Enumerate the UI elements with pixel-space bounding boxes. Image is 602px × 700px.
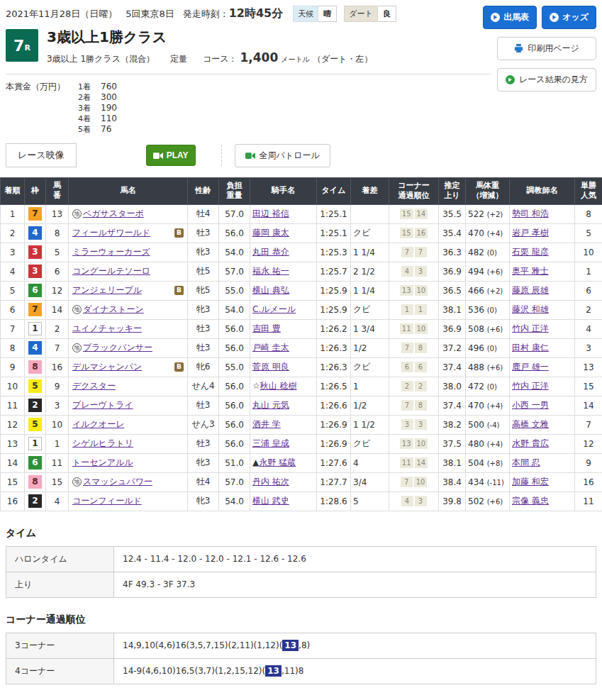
margin: クビ (351, 223, 389, 243)
odds-button[interactable]: ▶ オッズ (542, 6, 596, 29)
jockey-link[interactable]: 戸崎 圭太 (252, 343, 289, 352)
trainer-link[interactable]: 鹿戸 雄一 (512, 362, 549, 372)
win-popularity: 11 (575, 491, 602, 511)
table-row: 9816デルマシャンパンB牝655.0菅原 明良1:26.3クビ6637.448… (1, 357, 602, 377)
horse-name-wrap: ブレーヴトライ (71, 399, 185, 411)
trainer-link[interactable]: 勢司 和浩 (512, 209, 549, 218)
prize-label: 本賞金（万円） (6, 81, 65, 93)
print-page-button[interactable]: 印刷用ページ (497, 37, 596, 60)
horse-name-link[interactable]: スマッシュパワー (83, 476, 152, 488)
weather-label: 天候 (293, 6, 318, 22)
corner-position-chip: 13 (400, 438, 413, 449)
trainer-link[interactable]: 竹内 正洋 (512, 381, 549, 391)
jockey-link[interactable]: 永野 猛蔵 (259, 457, 296, 467)
horse-name-link[interactable]: ミラーウォーカーズ (72, 246, 150, 258)
waku-badge: 5 (28, 418, 42, 431)
trainer-link[interactable]: 石栗 龍彦 (512, 247, 549, 257)
jockey-link[interactable]: C.ルメール (252, 304, 296, 314)
jockey-link[interactable]: 丸山 元気 (252, 400, 289, 410)
results-column-header: 枠 (25, 178, 46, 205)
finish-time: 1:26.5 (317, 377, 351, 396)
jockey-link[interactable]: 福永 祐一 (252, 266, 289, 276)
horse-name-link[interactable]: コーンフィールド (72, 495, 142, 507)
trainer-link[interactable]: 小西 一男 (512, 400, 549, 410)
sex-age: 牡4 (188, 472, 219, 491)
trainer-link[interactable]: 藤原 辰雄 (512, 285, 549, 295)
trainer-link[interactable]: 藤沢 和雄 (512, 304, 549, 314)
corner-position-chip: 8 (415, 400, 427, 411)
result-guide-button[interactable]: ▶ レース結果の見方 (497, 68, 596, 91)
finish-position: 9 (1, 357, 25, 377)
horse-name-link[interactable]: コングールテソーロ (72, 265, 150, 277)
horse-weight-diff: (+6) (487, 498, 503, 506)
margin: 2 1/2 (351, 262, 389, 281)
patrol-video-button[interactable]: 全周パトロール (235, 144, 330, 167)
corner-position-chip: 1 (415, 304, 427, 315)
jockey-link[interactable]: 丹内 祐次 (252, 477, 289, 487)
trainer-link[interactable]: 田村 康仁 (512, 343, 549, 352)
horse-name-link[interactable]: ダイナストーン (83, 304, 144, 316)
corner-positions: 710 (389, 472, 439, 491)
jockey-link[interactable]: 菅原 明良 (252, 362, 289, 372)
horse-name-link[interactable]: アンジェリーブル (72, 284, 142, 296)
trainer-link[interactable]: 岩戸 孝樹 (512, 228, 549, 238)
horse-name-link[interactable]: ユイノチャッキー (72, 323, 142, 335)
margin: 4 (351, 453, 389, 472)
horse-name-link[interactable]: デルマシャンパン (72, 361, 142, 373)
margin: 1 1/2 (351, 415, 389, 434)
jockey-link[interactable]: 秋山 稔樹 (260, 381, 297, 391)
load-weight: 56.0 (219, 338, 250, 357)
trainer-link[interactable]: 加藤 和宏 (512, 477, 549, 487)
race-title-texts: 3歳以上1勝クラス 3歳以上 1勝クラス（混合） 定量 コース：1,400メート… (47, 29, 373, 65)
sex-age: 牡3 (188, 338, 219, 357)
horse-weight-diff: (+4) (487, 440, 503, 448)
horse-name-link[interactable]: シゲルヒラトリ (72, 438, 133, 450)
win-popularity: 13 (575, 357, 602, 377)
load-weight: 56.0 (219, 319, 250, 338)
jockey-link[interactable]: 丸田 恭介 (252, 247, 289, 257)
odds-label: オッズ (562, 11, 589, 23)
jockey-link[interactable]: 田辺 裕信 (252, 209, 289, 218)
jockey-link[interactable]: 酒井 学 (252, 419, 281, 429)
horse-name-link[interactable]: フィールザワールド (72, 227, 150, 239)
horse-number: 7 (46, 338, 69, 357)
corner-position-chip: 15 (400, 228, 413, 238)
estimated-agari: 38.1 (439, 453, 466, 472)
trainer-link[interactable]: 水野 貴広 (512, 438, 549, 448)
trainer-link[interactable]: 竹内 正洋 (512, 323, 549, 333)
horse-name-link[interactable]: ブラックパンサー (83, 342, 152, 354)
finish-position: 1 (1, 204, 25, 223)
horse-number: 13 (46, 204, 69, 223)
load-weight: 57.0 (219, 204, 250, 223)
trainer-link[interactable]: 本間 忍 (512, 457, 540, 467)
horse-weight-diff: (-4) (487, 421, 500, 429)
waku-badge: 8 (28, 475, 42, 489)
horse-weight: 472 (0) (466, 377, 510, 396)
horse-name-link[interactable]: ブレーヴトライ (72, 399, 133, 411)
jockey-link[interactable]: 藤岡 康太 (252, 228, 289, 238)
horse-name-link[interactable]: イルクオーレ (72, 418, 124, 430)
estimated-agari: 36.3 (439, 243, 466, 262)
estimated-agari: 39.8 (439, 491, 466, 511)
horse-weight-value: 494 (468, 267, 487, 277)
horse-name-link[interactable]: ペガサスターボ (83, 208, 144, 220)
jockey-cell: ▲永野 猛蔵 (250, 453, 317, 472)
corner-section-heading: コーナー通過順位 (6, 613, 596, 626)
entry-table-button[interactable]: ▶ 出馬表 (483, 6, 537, 29)
corner-positions: 33 (389, 415, 439, 434)
trainer-link[interactable]: 奥平 雅士 (512, 266, 549, 276)
jockey-link[interactable]: 三浦 皇成 (252, 438, 289, 448)
estimated-agari: 38.1 (439, 300, 466, 319)
jockey-link[interactable]: 横山 武史 (252, 496, 289, 506)
jockey-link[interactable]: 吉田 豊 (252, 323, 281, 333)
estimated-agari: 38.0 (439, 377, 466, 396)
horse-name-wrap: デルマシャンパンB (71, 361, 185, 373)
trainer-link[interactable]: 宗像 義忠 (512, 496, 549, 506)
horse-name-link[interactable]: トーセンアルル (72, 457, 133, 469)
jockey-link[interactable]: 横山 典弘 (252, 285, 289, 295)
trainer-cell: 高橋 文雅 (510, 415, 575, 434)
horse-name-link[interactable]: デクスター (72, 380, 116, 392)
corner-position-chip: 16 (415, 228, 428, 238)
play-button[interactable]: PLAY (146, 145, 196, 166)
trainer-link[interactable]: 高橋 文雅 (512, 419, 549, 429)
